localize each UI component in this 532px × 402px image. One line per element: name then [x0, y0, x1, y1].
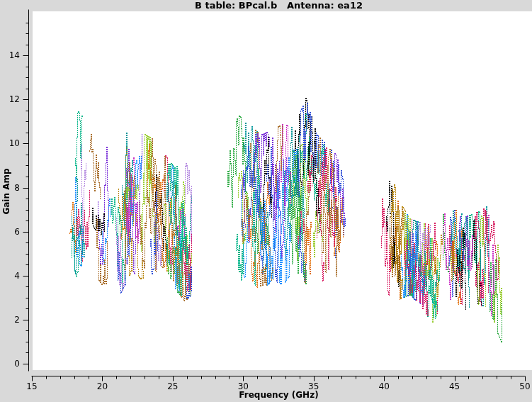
bandpass-plot-canvas [0, 0, 532, 402]
y-tick-label: 8 [0, 183, 20, 193]
x-tick-label: 30 [229, 381, 257, 391]
x-tick-label: 15 [18, 381, 46, 391]
x-tick-label: 45 [441, 381, 469, 391]
y-tick-label: 2 [0, 315, 20, 325]
x-axis-title: Frequency (GHz) [26, 390, 532, 400]
y-tick-label: 10 [0, 138, 20, 148]
y-tick-label: 14 [0, 50, 20, 60]
y-tick-label: 4 [0, 271, 20, 281]
y-tick-label: 0 [0, 359, 20, 369]
plot-title: B table: BPcal.b Antenna: ea12 [26, 0, 532, 11]
x-tick-label: 20 [88, 381, 116, 391]
x-tick-label: 50 [511, 381, 532, 391]
y-tick-label: 12 [0, 94, 20, 104]
x-tick-label: 35 [300, 381, 328, 391]
plot-window: B table: BPcal.b Antenna: ea12 Gain Amp … [0, 0, 532, 402]
x-tick-label: 40 [370, 381, 398, 391]
x-tick-label: 25 [159, 381, 187, 391]
y-tick-label: 6 [0, 227, 20, 237]
